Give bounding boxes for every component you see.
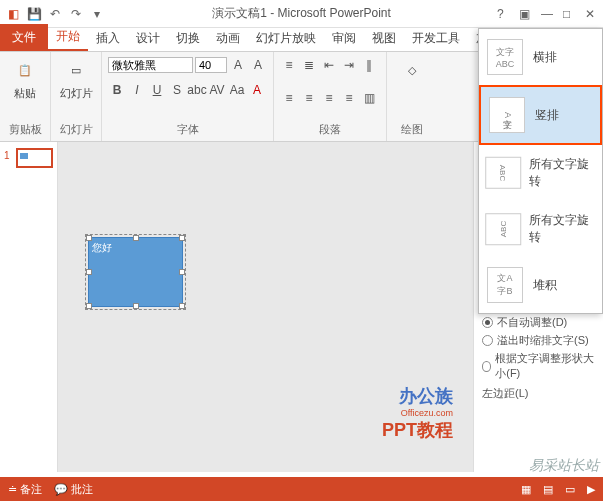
- indent-left-icon[interactable]: ⇤: [320, 56, 338, 74]
- close-icon[interactable]: ✕: [585, 7, 599, 21]
- group-slides: ▭ 幻灯片 幻灯片: [51, 52, 102, 141]
- dd-stacked[interactable]: 文A字B 堆积: [479, 257, 602, 313]
- underline-button[interactable]: U: [148, 81, 166, 99]
- slide-canvas[interactable]: 您好 办公族 Officezu.com PPT教程: [58, 142, 473, 472]
- left-margin-label: 左边距(L): [482, 386, 528, 401]
- shapes-button[interactable]: ◇: [393, 56, 431, 84]
- rotate270-text-icon: ABC: [485, 213, 521, 245]
- group-font: A A B I U S abc AV Aa A 字体: [102, 52, 274, 141]
- statusbar: ≐ 备注 💬 批注 ▦ ▤ ▭ ▶: [0, 477, 603, 501]
- reading-view-icon[interactable]: ▭: [565, 483, 575, 496]
- tab-insert[interactable]: 插入: [88, 26, 128, 51]
- dd-rotate-90[interactable]: ABC 所有文字旋转: [479, 145, 602, 201]
- redo-icon[interactable]: ↷: [67, 5, 85, 23]
- slide-icon: ▭: [62, 56, 90, 84]
- tab-review[interactable]: 审阅: [324, 26, 364, 51]
- window-title: 演示文稿1 - Microsoft PowerPoint: [106, 5, 497, 22]
- dd-vertical[interactable]: 文字A 竖排: [479, 85, 602, 145]
- slideshow-view-icon[interactable]: ▶: [587, 483, 595, 496]
- group-paragraph: ≡ ≣ ⇤ ⇥ ‖ ≡ ≡ ≡ ≡ ▥ 段落: [274, 52, 387, 141]
- text-direction-dropdown: 文字ABC 横排 文字A 竖排 ABC 所有文字旋转 ABC 所有文字旋转 文A…: [478, 28, 603, 314]
- ribbon-collapse-icon[interactable]: ▣: [519, 7, 533, 21]
- notes-button[interactable]: ≐ 备注: [8, 482, 42, 497]
- indent-right-icon[interactable]: ⇥: [340, 56, 358, 74]
- group-drawing: ◇ 绘图: [387, 52, 437, 141]
- tab-home[interactable]: 开始: [48, 24, 88, 51]
- quick-access-toolbar: ◧ 💾 ↶ ↷ ▾: [4, 5, 106, 23]
- bullets-icon[interactable]: ≡: [280, 56, 298, 74]
- line-spacing-icon[interactable]: ‖: [360, 56, 378, 74]
- thumb-number: 1: [4, 150, 10, 161]
- case-button[interactable]: Aa: [228, 81, 246, 99]
- group-clipboard: 📋 粘贴 剪贴板: [0, 52, 51, 141]
- sorter-view-icon[interactable]: ▤: [543, 483, 553, 496]
- footer-watermark: 易采站长站: [529, 457, 599, 475]
- titlebar: ◧ 💾 ↶ ↷ ▾ 演示文稿1 - Microsoft PowerPoint ?…: [0, 0, 603, 28]
- dd-horizontal[interactable]: 文字ABC 横排: [479, 29, 602, 85]
- italic-button[interactable]: I: [128, 81, 146, 99]
- text-shape[interactable]: 您好: [88, 237, 183, 307]
- tab-file[interactable]: 文件: [0, 24, 48, 51]
- qat-more-icon[interactable]: ▾: [88, 5, 106, 23]
- tab-view[interactable]: 视图: [364, 26, 404, 51]
- comments-button[interactable]: 💬 批注: [54, 482, 93, 497]
- shadow-button[interactable]: abc: [188, 81, 206, 99]
- justify-icon[interactable]: ≡: [340, 89, 358, 107]
- powerpoint-icon: ◧: [4, 5, 22, 23]
- maximize-icon[interactable]: □: [563, 7, 577, 21]
- help-icon[interactable]: ?: [497, 7, 511, 21]
- autofit-none[interactable]: 不自动调整(D): [482, 315, 595, 330]
- paste-button[interactable]: 📋 粘贴: [6, 56, 44, 101]
- font-size-select[interactable]: [195, 57, 227, 73]
- slide-thumbnails: 1: [0, 142, 58, 472]
- increase-font-icon[interactable]: A: [229, 56, 247, 74]
- tab-animations[interactable]: 动画: [208, 26, 248, 51]
- tab-developer[interactable]: 开发工具: [404, 26, 468, 51]
- save-icon[interactable]: 💾: [25, 5, 43, 23]
- align-right-icon[interactable]: ≡: [320, 89, 338, 107]
- horizontal-text-icon: 文字ABC: [487, 39, 523, 75]
- tab-slideshow[interactable]: 幻灯片放映: [248, 26, 324, 51]
- vertical-text-icon: 文字A: [489, 97, 525, 133]
- minimize-icon[interactable]: —: [541, 7, 555, 21]
- tab-design[interactable]: 设计: [128, 26, 168, 51]
- autofit-shrink[interactable]: 溢出时缩排文字(S): [482, 333, 595, 348]
- align-center-icon[interactable]: ≡: [300, 89, 318, 107]
- decrease-font-icon[interactable]: A: [249, 56, 267, 74]
- align-left-icon[interactable]: ≡: [280, 89, 298, 107]
- paste-icon: 📋: [11, 56, 39, 84]
- dd-rotate-270[interactable]: ABC 所有文字旋转: [479, 201, 602, 257]
- bold-button[interactable]: B: [108, 81, 126, 99]
- shapes-icon: ◇: [398, 56, 426, 84]
- font-color-button[interactable]: A: [248, 81, 266, 99]
- autofit-resize[interactable]: 根据文字调整形状大小(F): [482, 351, 595, 381]
- spacing-button[interactable]: AV: [208, 81, 226, 99]
- tab-transitions[interactable]: 切换: [168, 26, 208, 51]
- font-name-select[interactable]: [108, 57, 193, 73]
- slide-thumbnail-1[interactable]: [16, 148, 53, 168]
- columns-icon[interactable]: ▥: [360, 89, 378, 107]
- rotate90-text-icon: ABC: [485, 157, 521, 189]
- stacked-text-icon: 文A字B: [487, 267, 523, 303]
- numbering-icon[interactable]: ≣: [300, 56, 318, 74]
- undo-icon[interactable]: ↶: [46, 5, 64, 23]
- new-slide-button[interactable]: ▭ 幻灯片: [57, 56, 95, 101]
- normal-view-icon[interactable]: ▦: [521, 483, 531, 496]
- strike-button[interactable]: S: [168, 81, 186, 99]
- watermark: 办公族 Officezu.com PPT教程: [382, 384, 453, 442]
